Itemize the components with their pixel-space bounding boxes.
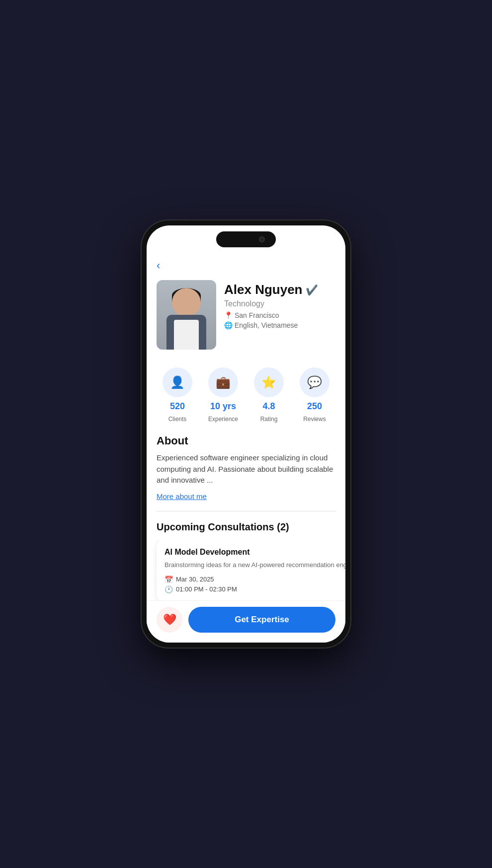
bottom-bar: ❤️ Get Expertise xyxy=(147,600,345,643)
card-1-title: AI Model Development xyxy=(164,548,345,557)
calendar-icon-1: 📅 xyxy=(164,576,173,583)
favorite-button[interactable]: ❤️ xyxy=(157,607,182,633)
more-about-link[interactable]: More about me xyxy=(157,492,207,501)
card-1-date: 📅 Mar 30, 2025 xyxy=(164,576,345,583)
notch xyxy=(216,231,276,247)
nav-back: ‹ xyxy=(147,255,345,272)
location-icon: 📍 xyxy=(224,311,233,319)
stat-experience: 💼 10 yrs Experience xyxy=(208,367,238,423)
about-title: About xyxy=(157,434,335,447)
globe-icon: 🌐 xyxy=(224,321,233,329)
clock-icon-1: 🕐 xyxy=(164,585,173,593)
about-text: Experienced software engineer specializi… xyxy=(157,452,335,486)
consultation-card-1[interactable]: AI Model Development Brainstorming ideas… xyxy=(157,540,345,601)
profile-name: Alex Nguyen xyxy=(224,282,303,297)
clients-icon-circle: 👤 xyxy=(163,367,192,397)
experience-value: 10 yrs xyxy=(210,401,236,412)
avatar-body xyxy=(166,315,206,350)
stat-reviews: 💬 250 Reviews xyxy=(300,367,329,423)
consultations-title: Upcoming Consultations (2) xyxy=(157,521,335,533)
stats-row: 👤 520 Clients 💼 10 yrs Experience ⭐ xyxy=(147,360,345,434)
phone-frame: ‹ Alex Nguyen ✔️ xyxy=(142,220,350,648)
divider xyxy=(157,511,335,511)
avatar-head xyxy=(172,288,201,317)
card-1-desc: Brainstorming ideas for a new AI-powered… xyxy=(164,561,345,570)
heart-icon: ❤️ xyxy=(163,613,176,626)
profile-language: 🌐 English, Vietnamese xyxy=(224,321,335,329)
card-1-meta: 📅 Mar 30, 2025 🕐 01:00 PM - 02:30 PM xyxy=(164,576,345,593)
verified-icon: ✔️ xyxy=(306,284,318,296)
profile-info: Alex Nguyen ✔️ Technology 📍 San Francisc… xyxy=(224,280,335,329)
experience-label: Experience xyxy=(208,416,238,423)
profile-section: Alex Nguyen ✔️ Technology 📍 San Francisc… xyxy=(147,272,345,360)
clients-label: Clients xyxy=(168,416,187,423)
clients-icon: 👤 xyxy=(170,375,185,389)
about-section: About Experienced software engineer spec… xyxy=(147,434,345,511)
experience-icon-circle: 💼 xyxy=(208,367,238,397)
briefcase-icon: 💼 xyxy=(216,375,231,389)
star-icon: ⭐ xyxy=(261,375,276,389)
stat-clients: 👤 520 Clients xyxy=(163,367,192,423)
get-expertise-button[interactable]: Get Expertise xyxy=(188,607,335,633)
avatar xyxy=(157,280,216,350)
stat-rating: ⭐ 4.8 Rating xyxy=(254,367,284,423)
card-1-time: 🕐 01:00 PM - 02:30 PM xyxy=(164,585,345,593)
consultations-scroll[interactable]: AI Model Development Brainstorming ideas… xyxy=(147,540,345,601)
profile-location: 📍 San Francisco xyxy=(224,311,335,319)
rating-label: Rating xyxy=(260,416,278,423)
chat-icon: 💬 xyxy=(307,375,322,389)
rating-icon-circle: ⭐ xyxy=(254,367,284,397)
screen-content: ‹ Alex Nguyen ✔️ xyxy=(147,225,345,600)
profile-industry: Technology xyxy=(224,299,335,308)
rating-value: 4.8 xyxy=(262,401,275,412)
phone-screen: ‹ Alex Nguyen ✔️ xyxy=(147,225,345,643)
camera xyxy=(259,236,265,242)
reviews-value: 250 xyxy=(307,401,322,412)
reviews-label: Reviews xyxy=(303,416,326,423)
clients-value: 520 xyxy=(170,401,185,412)
avatar-shirt xyxy=(174,320,199,350)
name-row: Alex Nguyen ✔️ xyxy=(224,282,335,297)
reviews-icon-circle: 💬 xyxy=(300,367,329,397)
consultations-section: Upcoming Consultations (2) AI Model Deve… xyxy=(147,521,345,601)
back-button[interactable]: ‹ xyxy=(157,259,160,272)
